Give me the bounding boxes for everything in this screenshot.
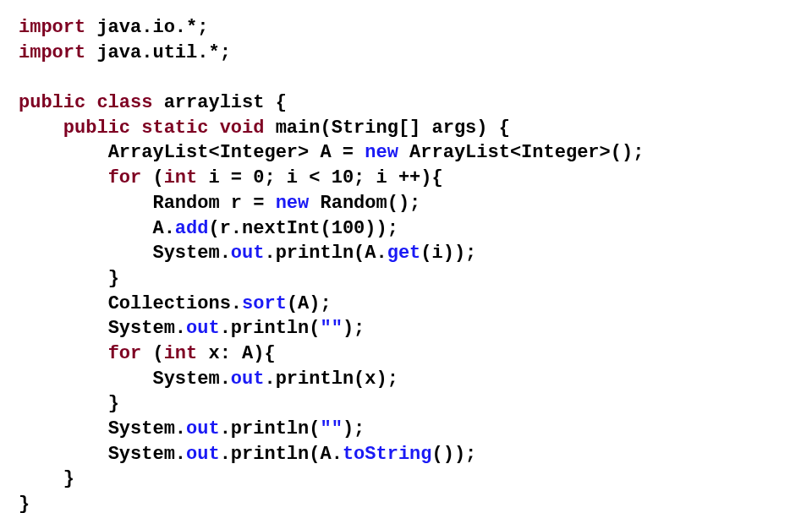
field-out: out — [186, 318, 220, 339]
code-page: import java.io.*; import java.util.*; pu… — [0, 0, 812, 513]
method-tostring: toString — [343, 444, 432, 465]
txt — [85, 92, 96, 113]
kw-for: for — [108, 167, 142, 188]
txt: (A); — [287, 293, 332, 314]
field-out: out — [231, 368, 265, 390]
txt: ); — [343, 318, 365, 339]
method-get: get — [387, 243, 421, 264]
kw-void: void — [220, 117, 265, 139]
txt: A. — [152, 218, 174, 239]
txt: ( — [141, 167, 163, 188]
txt: .println( — [220, 418, 321, 439]
txt: ArrayList<Integer>(); — [398, 142, 644, 163]
txt: ( — [141, 343, 163, 364]
kw-public: public — [63, 117, 130, 139]
txt: .println(A. — [264, 243, 387, 264]
kw-new: new — [276, 193, 310, 214]
txt: ()); — [432, 444, 477, 465]
txt: Random r = — [152, 193, 275, 214]
txt: main(String[] args) { — [264, 117, 509, 139]
kw-import: import — [19, 42, 85, 63]
txt: System. — [152, 368, 230, 390]
kw-int: int — [164, 167, 198, 188]
txt: java.io.*; — [85, 17, 208, 38]
kw-class: class — [96, 92, 152, 113]
kw-new: new — [365, 142, 398, 163]
string-literal: "" — [320, 318, 342, 339]
field-out: out — [186, 444, 220, 465]
brace: } — [19, 494, 30, 513]
txt: .println( — [220, 318, 321, 339]
txt: arraylist { — [152, 92, 286, 113]
txt: i = 0; i < 10; i ++){ — [197, 167, 442, 188]
txt: x: A){ — [197, 343, 275, 364]
kw-for: for — [108, 343, 142, 364]
txt: java.util.*; — [85, 42, 231, 63]
brace: } — [108, 393, 119, 414]
kw-int: int — [164, 343, 198, 364]
field-out: out — [231, 243, 265, 264]
field-out: out — [186, 418, 220, 439]
txt: (r.nextInt(100)); — [208, 218, 398, 239]
txt: .println(x); — [264, 368, 398, 390]
txt: System. — [108, 318, 186, 339]
brace: } — [108, 268, 119, 289]
txt: Collections. — [108, 293, 242, 314]
txt: (i)); — [420, 243, 476, 264]
txt — [130, 117, 141, 139]
txt — [208, 117, 219, 139]
txt: ); — [343, 418, 365, 439]
string-literal: "" — [320, 418, 342, 439]
kw-import: import — [19, 17, 85, 38]
txt: System. — [108, 444, 186, 465]
method-sort: sort — [242, 293, 287, 314]
txt: ArrayList<Integer> A = — [108, 142, 365, 163]
code-block: import java.io.*; import java.util.*; pu… — [19, 15, 793, 513]
method-add: add — [175, 218, 209, 239]
kw-public: public — [19, 92, 85, 113]
txt: .println(A. — [220, 444, 343, 465]
txt: System. — [108, 418, 186, 439]
brace: } — [63, 468, 74, 489]
kw-static: static — [141, 117, 208, 139]
txt: System. — [152, 243, 230, 264]
txt: Random(); — [309, 193, 420, 214]
